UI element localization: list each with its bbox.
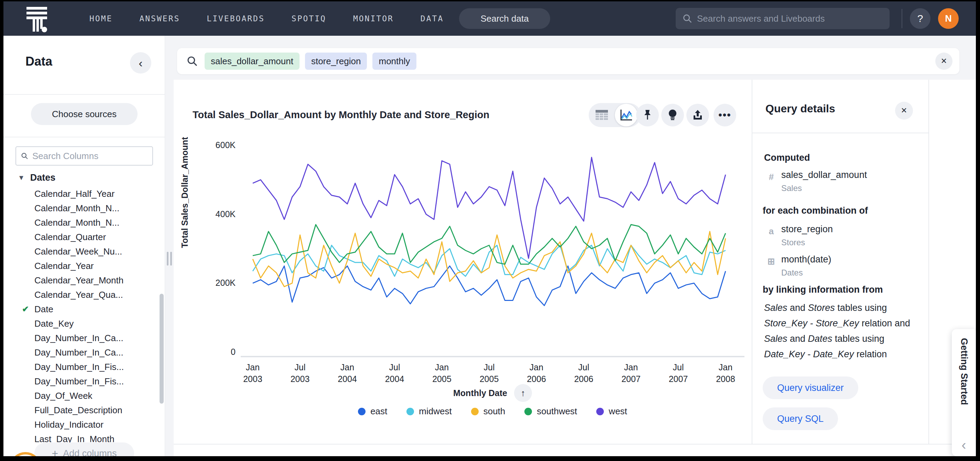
y-axis-title: Total Sales_Dollar_Amount <box>180 137 190 248</box>
clear-search-button[interactable]: ✕ <box>935 52 953 70</box>
column-search-input[interactable] <box>32 151 148 162</box>
linking-line: Store_Key - Store_Key relation and <box>764 316 929 331</box>
x-tick: Jan2006 <box>512 361 560 385</box>
search-bar: sales_dollar_amountstore_regionmonthly <box>177 48 959 74</box>
choose-sources-button[interactable]: Choose sources <box>31 103 138 125</box>
nav-item-liveboards[interactable]: LIVEBOARDS <box>207 14 264 23</box>
pin-button[interactable] <box>636 104 659 127</box>
legend-item-east[interactable]: east <box>358 406 387 417</box>
linking-text: Sales <box>764 303 788 313</box>
linking-text: and <box>788 334 808 344</box>
user-avatar[interactable]: N <box>938 8 959 29</box>
column-item[interactable]: Calendar_Year_Month <box>34 273 123 287</box>
field-type-icon: # <box>765 172 777 182</box>
getting-started-label: Getting Started <box>959 338 969 405</box>
legend-item-south[interactable]: south <box>471 406 506 417</box>
nav-item-spotiq[interactable]: SPOTIQ <box>291 14 326 23</box>
nav-item-answers[interactable]: ANSWERS <box>139 14 180 23</box>
column-item[interactable]: Calendar_Year_Qua... <box>34 288 123 302</box>
search-icon <box>682 14 692 23</box>
column-item[interactable]: Calendar_Year <box>34 259 94 273</box>
legend-dot-icon <box>471 408 479 415</box>
legend-label: midwest <box>419 406 452 417</box>
x-tick-year: 2005 <box>465 373 513 385</box>
chevron-left-icon: ‹ <box>961 437 966 453</box>
column-item[interactable]: Date✔ <box>34 302 53 316</box>
query-details-close-button[interactable]: ✕ <box>895 102 913 120</box>
column-item[interactable]: Calendar_Month_N... <box>34 201 119 215</box>
linking-text: tables using <box>835 303 887 313</box>
column-item[interactable]: Calendar_Week_Nu... <box>34 245 122 258</box>
y-tick: 400K <box>194 209 235 219</box>
nav-item-monitor[interactable]: MONITOR <box>353 14 394 23</box>
linking-heading: by linking information from <box>763 284 883 295</box>
series-line-southwest <box>253 225 725 264</box>
legend-item-southwest[interactable]: southwest <box>524 406 577 417</box>
thoughtspot-logo-icon[interactable] <box>22 4 51 34</box>
search-data-button[interactable]: Search data <box>459 8 550 29</box>
y-tick: 0 <box>194 347 235 357</box>
table-view-button[interactable] <box>589 109 615 121</box>
legend-label: south <box>484 406 506 417</box>
column-item[interactable]: Day_Number_In_Ca... <box>34 345 123 359</box>
legend-item-west[interactable]: west <box>596 406 627 417</box>
column-item[interactable]: Calendar_Half_Year <box>34 187 115 201</box>
column-item[interactable]: Full_Date_Description <box>34 403 123 417</box>
spotiq-bulb-button[interactable] <box>661 104 684 127</box>
sort-ascending-button[interactable]: ↑ <box>514 384 532 402</box>
series-line-west <box>253 157 725 258</box>
column-item[interactable]: Day_Number_In_Fis... <box>34 360 124 374</box>
search-icon <box>21 152 28 160</box>
help-button[interactable]: ? <box>910 8 931 29</box>
divider <box>3 94 165 95</box>
nav-item-home[interactable]: HOME <box>89 14 113 23</box>
share-button[interactable] <box>686 104 709 127</box>
share-icon <box>692 109 703 121</box>
column-item[interactable]: Calendar_Quarter <box>34 230 106 244</box>
query-sql-button[interactable]: Query SQL <box>763 407 838 430</box>
add-columns-button[interactable]: + Add columns <box>34 442 134 456</box>
app-window: HOMEANSWERSLIVEBOARDSSPOTIQMONITORDATA S… <box>0 0 980 461</box>
panel-resize-handle[interactable] <box>167 252 172 266</box>
answer-title: Total Sales_Dollar_Amount by Monthly Dat… <box>192 109 489 120</box>
caret-down-icon: ▼ <box>18 174 25 182</box>
column-item[interactable]: Holiday_Indicator <box>34 418 103 431</box>
tree-group-dates[interactable]: ▼ Dates <box>18 173 56 183</box>
y-tick: 600K <box>194 140 235 150</box>
sidebar-collapse-button[interactable]: ‹ <box>130 52 151 73</box>
query-visualizer-button[interactable]: Query visualizer <box>763 377 858 399</box>
x-tick-month: Jul <box>654 361 703 373</box>
x-tick: Jul2003 <box>276 361 324 385</box>
x-axis-line <box>241 356 745 357</box>
line-chart-plot[interactable] <box>241 145 745 352</box>
column-item[interactable]: Date_Key <box>34 317 73 331</box>
x-tick: Jan2003 <box>229 361 277 385</box>
linking-text: Store_Key - Store_Key <box>764 318 859 328</box>
search-token[interactable]: store_region <box>305 52 367 70</box>
search-token[interactable]: sales_dollar_amount <box>205 52 299 70</box>
divider <box>173 444 976 445</box>
legend-item-midwest[interactable]: midwest <box>406 406 452 417</box>
legend-dot-icon <box>596 408 604 415</box>
legend-dot-icon <box>406 408 414 415</box>
lightbulb-icon <box>668 109 678 121</box>
column-item[interactable]: Day_Of_Week <box>34 389 92 402</box>
field-name: month(date) <box>781 254 832 265</box>
linking-text: tables using <box>832 334 885 344</box>
x-tick-month: Jan <box>607 361 655 373</box>
column-item[interactable]: Day_Number_In_Ca... <box>34 331 123 345</box>
chart-view-button[interactable] <box>615 104 638 127</box>
x-tick-month: Jan <box>229 361 277 373</box>
global-search-input[interactable] <box>697 13 883 24</box>
search-token[interactable]: monthly <box>372 52 416 70</box>
pin-icon <box>642 109 653 121</box>
column-item[interactable]: Calendar_Month_N... <box>34 216 119 230</box>
token-row: sales_dollar_amountstore_regionmonthly <box>205 52 417 70</box>
sidebar-scrollbar[interactable] <box>159 294 164 404</box>
linking-text: Sales <box>764 334 788 344</box>
x-tick-month: Jan <box>418 361 466 373</box>
more-options-button[interactable]: ••• <box>714 104 736 127</box>
getting-started-tab[interactable]: Getting Started ‹ <box>952 329 976 456</box>
nav-item-data[interactable]: DATA <box>420 14 444 23</box>
column-item[interactable]: Day_Number_In_Fis... <box>34 374 124 388</box>
